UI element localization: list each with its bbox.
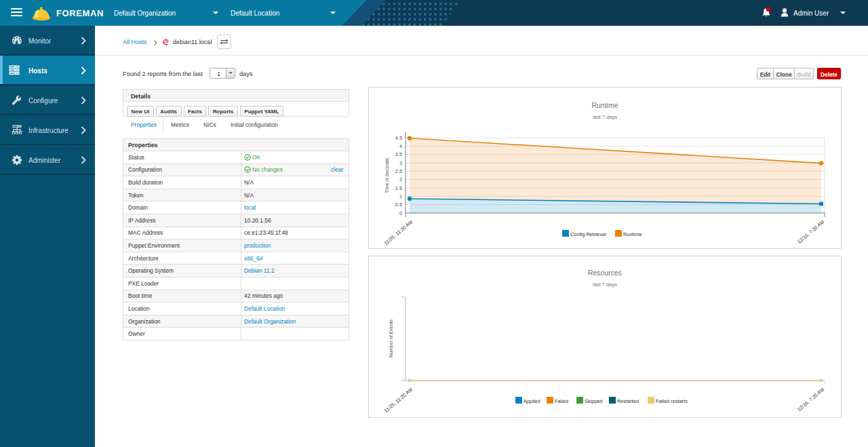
svg-text:4: 4 xyxy=(399,143,402,149)
svg-text:2: 2 xyxy=(399,176,402,182)
svg-text:Skipped: Skipped xyxy=(585,398,603,404)
svg-text:Restarted: Restarted xyxy=(617,398,639,404)
svg-text:11/25, 11:20 AM: 11/25, 11:20 AM xyxy=(383,387,414,414)
svg-text:3: 3 xyxy=(399,160,402,166)
svg-text:12/16, 7:20 AM: 12/16, 7:20 AM xyxy=(796,219,825,245)
svg-text:Resources: Resources xyxy=(588,269,622,277)
svg-text:11/25, 11:20 AM: 11/25, 11:20 AM xyxy=(383,219,414,246)
svg-text:1.5: 1.5 xyxy=(395,185,402,191)
svg-text:Failed: Failed xyxy=(555,398,568,404)
svg-text:4.5: 4.5 xyxy=(395,135,402,141)
svg-text:0.5: 0.5 xyxy=(395,201,402,208)
svg-text:1: 1 xyxy=(399,193,402,199)
svg-text:2.5: 2.5 xyxy=(395,168,402,174)
svg-text:Failed restarts: Failed restarts xyxy=(656,398,688,404)
svg-text:Config Retrieval: Config Retrieval xyxy=(570,231,606,237)
svg-text:0: 0 xyxy=(399,210,402,216)
svg-text:last 7 days: last 7 days xyxy=(593,281,617,288)
svg-text:12/16, 7:20 AM: 12/16, 7:20 AM xyxy=(796,387,825,412)
svg-text:last 7 days: last 7 days xyxy=(593,114,617,120)
svg-text:3.5: 3.5 xyxy=(395,151,402,157)
svg-text:Runtime: Runtime xyxy=(623,231,642,237)
svg-text:Runtime: Runtime xyxy=(591,101,618,109)
svg-text:Time in Seconds: Time in Seconds xyxy=(384,158,389,193)
svg-text:Applied: Applied xyxy=(524,398,540,404)
svg-text:Number of Events: Number of Events xyxy=(389,319,393,357)
